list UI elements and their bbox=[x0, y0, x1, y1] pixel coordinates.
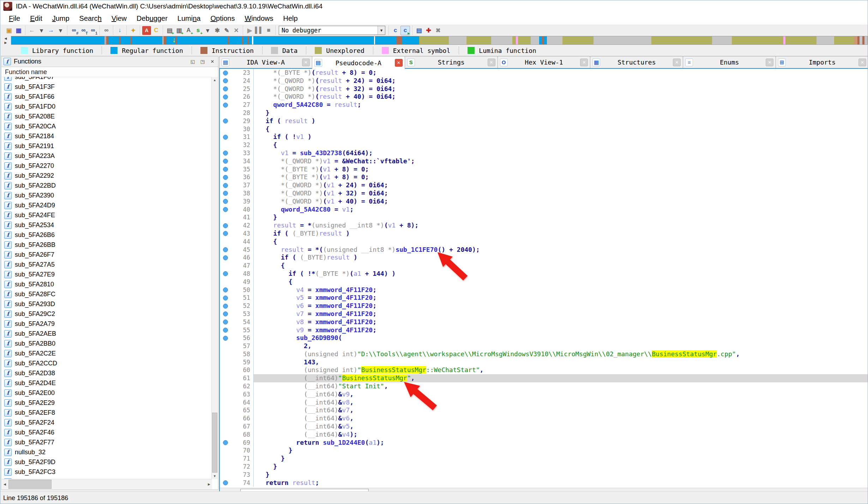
edit-function-icon[interactable]: ✎ bbox=[222, 26, 231, 35]
search-text-icon[interactable]: ∞T bbox=[79, 26, 88, 35]
breakpoint-dot-icon[interactable] bbox=[223, 255, 228, 260]
navigation-band[interactable]: ◀ ▶ ↓ bbox=[0, 36, 868, 45]
function-list-item[interactable]: fsub_5FA223A bbox=[2, 151, 212, 161]
start-process-icon[interactable]: ▶ bbox=[245, 26, 254, 35]
function-list[interactable]: fsub_5FA1F07fsub_5FA1F3Ffsub_5FA1F66fsub… bbox=[2, 77, 212, 479]
menu-jump[interactable]: Jump bbox=[47, 14, 74, 23]
code-line[interactable]: 48 if ( !*(_BYTE *)(a1 + 144) ) bbox=[220, 270, 868, 278]
hscroll-thumb[interactable] bbox=[8, 480, 52, 489]
code-line[interactable]: 41 } bbox=[220, 213, 868, 221]
tab-strings[interactable]: SStrings✕ bbox=[405, 56, 498, 68]
run-to-cursor-icon[interactable]: c▸ bbox=[400, 26, 410, 35]
vscroll-thumb[interactable] bbox=[212, 413, 217, 473]
function-list-item[interactable]: fsub_5FA2810 bbox=[2, 279, 212, 289]
function-list-item[interactable]: fsub_5FA24D9 bbox=[2, 200, 212, 210]
function-list-item[interactable]: fsub_5FA2AEB bbox=[2, 329, 212, 339]
function-list-item[interactable]: fsub_5FA2F46 bbox=[2, 427, 212, 437]
open-file-icon[interactable]: ▣ bbox=[5, 26, 13, 35]
menu-edit[interactable]: Edit bbox=[25, 14, 47, 23]
code-line[interactable]: 62 (__int64)"Start Init", bbox=[220, 382, 868, 390]
function-list-item[interactable]: fsub_5FA29C2 bbox=[2, 309, 212, 319]
code-line[interactable]: 39 *(_QWORD *)(v1 + 40) = 0i64; bbox=[220, 198, 868, 206]
function-list-item[interactable]: fsub_5FA26B6 bbox=[2, 230, 212, 240]
code-line[interactable]: 68 (__int64)&v4); bbox=[220, 431, 868, 439]
menu-debugger[interactable]: Debugger bbox=[132, 14, 173, 23]
lumina-lock-icon[interactable]: ✦ bbox=[129, 26, 138, 35]
function-list-item[interactable]: fsub_5FA2390 bbox=[2, 190, 212, 200]
code-line[interactable]: 36 *(_BYTE *)(v1 + 8) = 0; bbox=[220, 173, 868, 181]
menu-windows[interactable]: Windows bbox=[240, 14, 278, 23]
function-list-item[interactable]: fsub_5FA26BB bbox=[2, 240, 212, 250]
source-view-icon[interactable]: c bbox=[391, 26, 400, 35]
breakpoint-dot-icon[interactable] bbox=[223, 159, 228, 164]
function-list-item[interactable]: fsub_5FA27E9 bbox=[2, 269, 212, 279]
breakpoint-dot-icon[interactable] bbox=[223, 296, 228, 300]
code-line[interactable]: 46 if ( (_BYTE)result ) bbox=[220, 254, 868, 262]
code-line[interactable]: 61 (__int64)"BusinessStatusMgr", bbox=[220, 374, 868, 382]
breakpoint-dot-icon[interactable] bbox=[223, 199, 228, 204]
back-icon[interactable]: ← bbox=[28, 26, 36, 35]
code-line[interactable]: 33 v1 = sub_43D2738(64i64); bbox=[220, 149, 868, 157]
desktop-icon[interactable]: ▤ bbox=[415, 26, 423, 35]
create-string-icon[interactable]: s+ bbox=[194, 26, 203, 35]
code-line[interactable]: 56 sub_26D9B90( bbox=[220, 334, 868, 342]
function-list-item[interactable]: fsub_5FA2A79 bbox=[2, 319, 212, 329]
code-line[interactable]: 74 return result; bbox=[220, 479, 868, 487]
back-dropdown-icon[interactable]: ▾ bbox=[37, 26, 46, 35]
breakpoint-dot-icon[interactable] bbox=[223, 440, 228, 445]
function-list-item[interactable]: fsub_5FA22BD bbox=[2, 181, 212, 190]
code-line[interactable]: 67 (__int64)&v5, bbox=[220, 423, 868, 431]
scroll-left-icon[interactable]: ◀ bbox=[2, 481, 8, 487]
code-line[interactable]: 27 qword_5A42C80 = result; bbox=[220, 101, 868, 109]
code-line[interactable]: 59 143, bbox=[220, 358, 868, 366]
tab-ida-view-a[interactable]: ▤IDA View-A✕ bbox=[219, 56, 312, 68]
code-line[interactable]: 63 (__int64)&v9, bbox=[220, 390, 868, 399]
function-list-item[interactable]: fsub_5FA2D38 bbox=[2, 368, 212, 378]
code-line[interactable]: 58 (unsigned int)"D:\\Tools\\agent\\work… bbox=[220, 350, 868, 358]
breakpoint-dot-icon[interactable] bbox=[223, 191, 228, 196]
tab-structures[interactable]: ▦Structures✕ bbox=[590, 56, 683, 68]
pause-process-icon[interactable]: ▌▌ bbox=[255, 26, 264, 35]
dropdown-arrow-icon[interactable]: ▼ bbox=[378, 26, 385, 35]
function-list-item[interactable]: fsub_5FA20CA bbox=[2, 121, 212, 131]
function-list-item[interactable]: fsub_5FA1F3F bbox=[2, 82, 212, 92]
breakpoint-dot-icon[interactable] bbox=[223, 71, 228, 75]
crescent-icon[interactable]: C bbox=[152, 26, 161, 35]
code-line[interactable]: 37 *(_QWORD *)(v1 + 24) = 0i64; bbox=[220, 181, 868, 189]
function-list-item[interactable]: fsub_5FA2F24 bbox=[2, 418, 212, 427]
tab-close-icon[interactable]: ✕ bbox=[488, 59, 495, 66]
breakpoint-dot-icon[interactable] bbox=[223, 287, 228, 292]
panel-restore-icon[interactable]: ◱ bbox=[189, 58, 196, 65]
breakpoint-dot-icon[interactable] bbox=[223, 320, 228, 324]
breakpoint-dot-icon[interactable] bbox=[223, 119, 228, 123]
code-line[interactable]: 38 *(_QWORD *)(v1 + 32) = 0i64; bbox=[220, 189, 868, 198]
code-line[interactable]: 32 { bbox=[220, 141, 868, 149]
breakpoint-dot-icon[interactable] bbox=[223, 103, 228, 108]
functions-panel-header[interactable]: f Functions ◱ ◳ ✕ bbox=[1, 56, 218, 67]
search-binary-icon[interactable]: ∞# bbox=[70, 26, 78, 35]
function-list-item[interactable]: fsub_5FA2270 bbox=[2, 161, 212, 171]
code-line[interactable]: 47 { bbox=[220, 262, 868, 270]
code-line[interactable]: 29 if ( result ) bbox=[220, 117, 868, 125]
forward-icon[interactable]: → bbox=[47, 26, 55, 35]
search-next-icon[interactable]: ∞ bbox=[102, 26, 111, 35]
code-line[interactable]: 28 } bbox=[220, 109, 868, 117]
problems-icon[interactable]: A bbox=[142, 26, 151, 35]
save-icon[interactable]: ▦ bbox=[14, 26, 23, 35]
breakpoint-dot-icon[interactable] bbox=[223, 151, 228, 156]
code-line[interactable]: 69 return sub_1D244E0(a1); bbox=[220, 439, 868, 447]
code-line[interactable]: 72 } bbox=[220, 463, 868, 471]
code-line[interactable]: 53 v7 = xmmword_4F11F20; bbox=[220, 310, 868, 318]
function-name-column-header[interactable]: Function name bbox=[1, 67, 218, 77]
tab-close-icon[interactable]: ✕ bbox=[580, 59, 588, 66]
function-list-item[interactable]: fsub_5FA1FD0 bbox=[2, 102, 212, 111]
forward-dropdown-icon[interactable]: ▾ bbox=[56, 26, 65, 35]
tab-close-icon[interactable]: ✕ bbox=[395, 59, 403, 67]
menu-view[interactable]: View bbox=[107, 14, 132, 23]
patch-icon[interactable]: ✱ bbox=[213, 26, 222, 35]
menu-lumina[interactable]: Lumina bbox=[173, 14, 206, 23]
breakpoint-dot-icon[interactable] bbox=[223, 304, 228, 309]
function-list-item[interactable]: fsub_5FA2C2E bbox=[2, 348, 212, 358]
navband-left-icon[interactable]: ◀ bbox=[5, 37, 7, 40]
breakpoint-dot-icon[interactable] bbox=[223, 78, 228, 83]
